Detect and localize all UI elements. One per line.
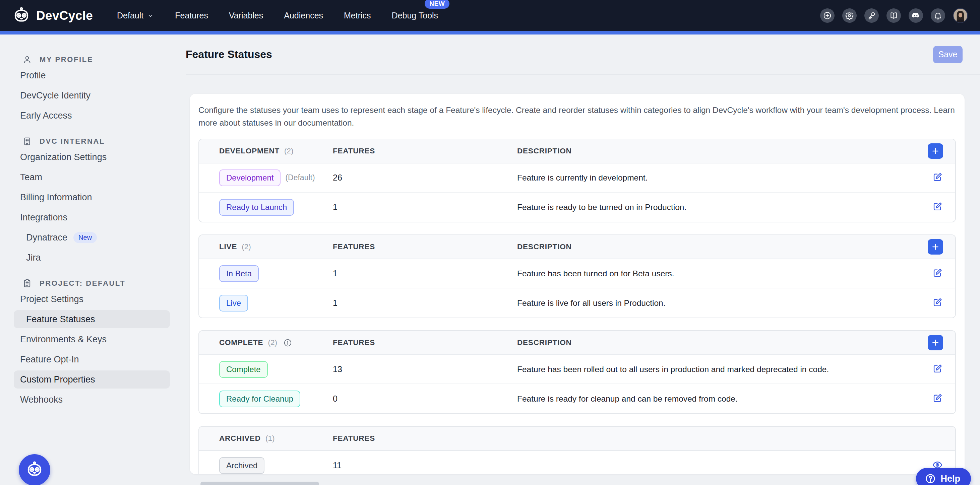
sidebar-item-jira[interactable]: Jira bbox=[14, 249, 170, 266]
status-groups: DEVELOPMENT(2)FEATURESDESCRIPTIONDevelop… bbox=[199, 139, 956, 474]
group-name: COMPLETE bbox=[219, 338, 263, 347]
sidebar-item-dynatrace[interactable]: DynatraceNew bbox=[14, 228, 170, 247]
edit-status-button[interactable] bbox=[932, 267, 943, 280]
bell-icon bbox=[934, 11, 942, 20]
sidebar-item-label: Profile bbox=[20, 70, 46, 81]
nav-item-debug-tools[interactable]: Debug ToolsNEW bbox=[392, 11, 438, 21]
sidebar-item-organization-settings[interactable]: Organization Settings bbox=[14, 148, 170, 166]
features-count: 0 bbox=[333, 394, 337, 403]
plus-icon bbox=[931, 146, 940, 156]
sidebar-item-feature-statuses[interactable]: Feature Statuses bbox=[14, 310, 170, 328]
sidebar-item-feature-opt-in[interactable]: Feature Opt-In bbox=[14, 350, 170, 368]
edit-icon bbox=[932, 393, 943, 404]
sidebar-item-label: Webhooks bbox=[20, 395, 63, 405]
nav-project-selector[interactable]: Default bbox=[117, 11, 154, 21]
sidebar-item-label: Integrations bbox=[20, 212, 67, 223]
sidebar-item-early-access[interactable]: Early Access bbox=[14, 106, 170, 125]
group-count: (2) bbox=[284, 147, 294, 155]
new-badge: New bbox=[73, 232, 97, 243]
status-description: Feature is live for all users in Product… bbox=[517, 298, 666, 307]
description-column-header: DESCRIPTION bbox=[517, 338, 572, 347]
status-group-archived: ARCHIVED(1)FEATURESArchived11 bbox=[199, 426, 956, 474]
sidebar-item-devcycle-identity[interactable]: DevCycle Identity bbox=[14, 86, 170, 105]
plus-icon bbox=[931, 242, 940, 252]
brand-name: DevCycle bbox=[36, 9, 93, 23]
help-button[interactable]: Help bbox=[916, 468, 971, 485]
edit-icon bbox=[932, 363, 943, 374]
discord-button[interactable] bbox=[908, 8, 923, 23]
save-button[interactable]: Save bbox=[933, 46, 963, 63]
page-header: Feature Statuses Save bbox=[186, 35, 980, 75]
nav-item-variables[interactable]: Variables bbox=[229, 11, 263, 21]
nav-item-label: Features bbox=[175, 11, 208, 21]
nav-item-audiences[interactable]: Audiences bbox=[284, 11, 323, 21]
plus-circle-icon bbox=[823, 11, 832, 20]
status-description: Feature is ready for cleanup and can be … bbox=[517, 394, 738, 403]
status-description: Feature has been turned on for Beta user… bbox=[517, 269, 675, 278]
features-count: 1 bbox=[333, 202, 337, 212]
key-button[interactable] bbox=[864, 8, 879, 23]
sidebar-item-label: Dynatrace bbox=[26, 233, 67, 243]
devcycle-robot-icon bbox=[12, 6, 31, 25]
features-column-header: FEATURES bbox=[333, 147, 375, 155]
user-icon bbox=[22, 55, 32, 65]
group-name: LIVE bbox=[219, 242, 237, 251]
status-row-ready-for-cleanup: Ready for Cleanup0Feature is ready for c… bbox=[199, 384, 955, 413]
intro-text: Configure the statuses your team uses to… bbox=[199, 104, 956, 129]
sidebar-item-label: Early Access bbox=[20, 111, 72, 121]
sidebar-item-label: Billing Information bbox=[20, 192, 92, 203]
main-content: Feature Statuses Save Configure the stat… bbox=[186, 35, 980, 485]
sidebar-section-dvc-internal: DVC INTERNAL bbox=[0, 135, 183, 148]
sidebar-item-environments-keys[interactable]: Environments & Keys bbox=[14, 330, 170, 348]
sidebar-item-custom-properties[interactable]: Custom Properties bbox=[14, 371, 170, 388]
add-status-button[interactable] bbox=[928, 143, 943, 159]
page-title: Feature Statuses bbox=[186, 48, 272, 61]
nav-item-features[interactable]: Features bbox=[175, 11, 208, 21]
sidebar-item-billing-information[interactable]: Billing Information bbox=[14, 188, 170, 206]
sidebar-item-label: Feature Opt-In bbox=[20, 354, 79, 365]
nav-item-metrics[interactable]: Metrics bbox=[344, 11, 371, 21]
group-count: (2) bbox=[268, 338, 277, 347]
status-row-in-beta: In Beta1Feature has been turned on for B… bbox=[199, 259, 955, 288]
gear-icon bbox=[845, 11, 854, 20]
sidebar-section-label: MY PROFILE bbox=[40, 55, 93, 64]
sidebar-item-webhooks[interactable]: Webhooks bbox=[14, 390, 170, 409]
horizontal-scrollbar-thumb[interactable] bbox=[200, 482, 319, 485]
group-name: ARCHIVED bbox=[219, 434, 261, 443]
brand-logo[interactable]: DevCycle bbox=[12, 6, 93, 25]
bell-button[interactable] bbox=[931, 8, 945, 23]
edit-icon bbox=[932, 267, 943, 279]
nav-links: Default FeaturesVariablesAudiencesMetric… bbox=[117, 11, 438, 21]
features-count: 13 bbox=[333, 365, 342, 374]
nav-item-label: Variables bbox=[229, 11, 263, 21]
add-status-button[interactable] bbox=[928, 335, 943, 350]
edit-status-button[interactable] bbox=[932, 201, 943, 213]
status-pill: Ready to Launch bbox=[219, 199, 294, 216]
book-button[interactable] bbox=[886, 8, 901, 23]
avatar[interactable] bbox=[953, 8, 968, 23]
add-status-button[interactable] bbox=[928, 239, 943, 255]
status-row-ready-to-launch: Ready to Launch1Feature is ready to be t… bbox=[199, 193, 955, 222]
clipboard-icon bbox=[22, 278, 32, 288]
sidebar-item-team[interactable]: Team bbox=[14, 168, 170, 186]
plus-circle-button[interactable] bbox=[820, 8, 835, 23]
top-navbar: DevCycle Default FeaturesVariablesAudien… bbox=[0, 0, 980, 31]
status-group-live: LIVE(2)FEATURESDESCRIPTIONIn Beta1Featur… bbox=[199, 235, 956, 318]
edit-status-button[interactable] bbox=[932, 171, 943, 184]
gear-button[interactable] bbox=[842, 8, 857, 23]
default-status-suffix: (Default) bbox=[285, 173, 315, 182]
sidebar-item-profile[interactable]: Profile bbox=[14, 66, 170, 84]
features-count: 11 bbox=[333, 461, 342, 470]
group-name: DEVELOPMENT bbox=[219, 147, 280, 155]
sidebar-item-integrations[interactable]: Integrations bbox=[14, 208, 170, 227]
status-pill: Ready for Cleanup bbox=[219, 390, 300, 407]
sidebar-item-label: DevCycle Identity bbox=[20, 90, 91, 101]
edit-status-button[interactable] bbox=[932, 297, 943, 309]
sidebar-item-project-settings[interactable]: Project Settings bbox=[14, 290, 170, 308]
help-question-icon bbox=[925, 473, 936, 484]
status-pill: Archived bbox=[219, 457, 264, 474]
edit-status-button[interactable] bbox=[932, 393, 943, 405]
key-icon bbox=[867, 11, 876, 20]
edit-status-button[interactable] bbox=[932, 363, 943, 376]
devcycle-assistant-button[interactable] bbox=[19, 454, 50, 485]
